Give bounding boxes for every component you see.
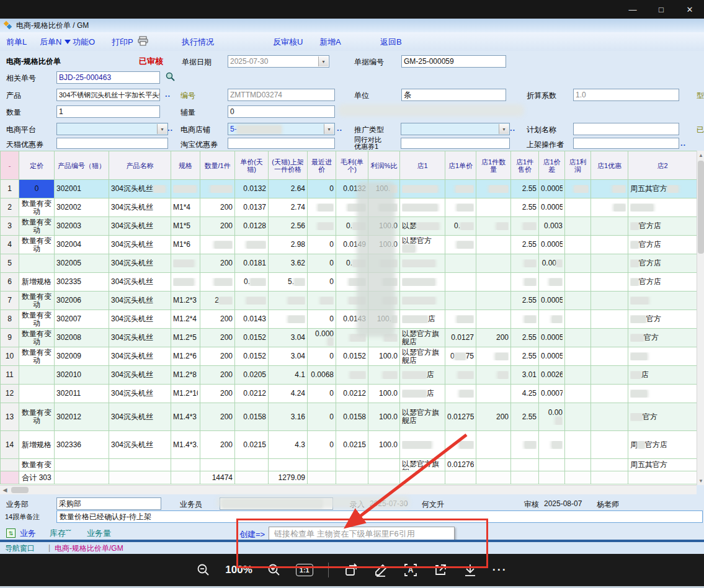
- cell-s1profit[interactable]: [565, 292, 591, 310]
- cell-shop1[interactable]: 以瑟官方旗舰: [400, 459, 445, 471]
- cell-shop2[interactable]: 官方店: [628, 273, 697, 292]
- cell-spec[interactable]: M1*5: [171, 217, 200, 236]
- cell-code[interactable]: 302335: [55, 273, 109, 292]
- cell-s1sell[interactable]: 2.55: [511, 329, 539, 347]
- cell-price[interactable]: 0.0143: [235, 310, 269, 329]
- promo-type-browse-button[interactable]: ..: [510, 123, 515, 133]
- cell-price[interactable]: 0.0137: [235, 198, 269, 217]
- cell-ratio[interactable]: [368, 254, 400, 273]
- cell-shop2[interactable]: 周五其官方: [628, 459, 697, 471]
- cell-code[interactable]: 302012: [55, 403, 109, 431]
- cell-ratio[interactable]: [368, 459, 400, 471]
- menu-unaudit[interactable]: 反审核U: [273, 37, 303, 48]
- cell-ratio[interactable]: [368, 471, 400, 484]
- cell-s1disc[interactable]: [591, 236, 628, 254]
- cell-n[interactable]: 13: [1, 403, 19, 431]
- cell-code[interactable]: 302002: [55, 198, 109, 217]
- factor-input[interactable]: 1.0: [573, 89, 679, 101]
- cell-ratio[interactable]: [368, 292, 400, 310]
- shop-select[interactable]: 5-▾: [228, 123, 335, 135]
- cell-shelf[interactable]: [269, 310, 308, 329]
- cell-qty[interactable]: 200: [200, 198, 235, 217]
- cell-flag[interactable]: 数量有变动: [19, 403, 55, 431]
- cell-shop1[interactable]: [400, 292, 445, 310]
- cell-shelf[interactable]: [269, 292, 308, 310]
- cell-ratio[interactable]: [368, 273, 400, 292]
- cell-ratio[interactable]: 100.0: [368, 217, 400, 236]
- cell-spec[interactable]: M1.2*3: [171, 292, 200, 310]
- cell-flag[interactable]: 数量有变动: [19, 347, 55, 366]
- cell-s1price[interactable]: 0.01275: [445, 403, 476, 431]
- column-header-recent[interactable]: 最近进价: [308, 151, 336, 180]
- cell-s1profit[interactable]: [565, 198, 591, 217]
- cell-qty[interactable]: 200: [200, 217, 235, 236]
- cell-profit[interactable]: 0.0158: [336, 403, 368, 431]
- cell-price[interactable]: [235, 236, 269, 254]
- scroll-left-icon[interactable]: ◀: [0, 486, 10, 494]
- column-header-shop2[interactable]: 店2: [628, 151, 697, 180]
- cell-profit[interactable]: [336, 198, 368, 217]
- cell-qty[interactable]: 200: [200, 385, 235, 403]
- cell-n[interactable]: 2: [1, 198, 19, 217]
- cell-profit[interactable]: 0.0215: [336, 431, 368, 459]
- cell-s1diff[interactable]: 0.0005: [539, 180, 565, 198]
- cell-s1diff[interactable]: 0.0007: [539, 385, 565, 403]
- cell-shop2[interactable]: 官方: [628, 329, 697, 347]
- cell-name[interactable]: 304沉头机丝: [109, 273, 171, 292]
- cell-n[interactable]: 9: [1, 329, 19, 347]
- cell-s1disc[interactable]: [591, 459, 628, 471]
- cell-s1diff[interactable]: 0.00: [539, 254, 565, 273]
- cell-shop2[interactable]: [628, 198, 697, 217]
- cell-ratio[interactable]: [368, 198, 400, 217]
- aux-qty-input[interactable]: 0: [228, 105, 335, 118]
- cell-s1disc[interactable]: [591, 329, 628, 347]
- cell-code[interactable]: 302005: [55, 254, 109, 273]
- cell-n[interactable]: 10: [1, 347, 19, 366]
- cell-qty[interactable]: 200: [200, 403, 235, 431]
- platform-browse-button[interactable]: ..: [167, 123, 173, 133]
- maximize-icon[interactable]: □: [647, 0, 675, 19]
- cell-s1sell[interactable]: 2.55: [511, 180, 539, 198]
- cell-code[interactable]: 302336: [55, 431, 109, 459]
- cell-price[interactable]: 0.0205: [235, 366, 269, 385]
- cell-spec[interactable]: [171, 254, 200, 273]
- cell-n[interactable]: 8: [1, 310, 19, 329]
- cell-recent[interactable]: 0.000: [308, 329, 336, 347]
- cell-shop1[interactable]: [400, 180, 445, 198]
- cell-n[interactable]: 5: [1, 254, 19, 273]
- cell-s1qty[interactable]: [476, 347, 511, 366]
- cell-s1diff[interactable]: 0.0026: [539, 366, 565, 385]
- cell-ratio[interactable]: 100.0: [368, 236, 400, 254]
- cell-flag[interactable]: 数量有变动: [19, 236, 55, 254]
- cell-s1diff[interactable]: [539, 273, 565, 292]
- cell-qty[interactable]: 200: [200, 366, 235, 385]
- printer-icon[interactable]: [138, 36, 148, 46]
- one-to-one-icon[interactable]: 1:1: [296, 564, 313, 576]
- cell-flag[interactable]: [19, 254, 55, 273]
- cell-price[interactable]: 0.0152: [235, 347, 269, 366]
- column-header-profit[interactable]: 毛利(单个): [336, 151, 368, 180]
- cell-n[interactable]: 6: [1, 273, 19, 292]
- cell-recent[interactable]: 0: [308, 431, 336, 459]
- column-header-spec[interactable]: 规格: [171, 151, 200, 180]
- cell-s1qty[interactable]: [476, 310, 511, 329]
- cell-s1qty[interactable]: [476, 217, 511, 236]
- cell-s1sell[interactable]: [511, 471, 539, 484]
- cell-spec[interactable]: [171, 180, 200, 198]
- cell-s1profit[interactable]: [565, 254, 591, 273]
- cell-profit[interactable]: [336, 366, 368, 385]
- column-header-qty[interactable]: 数量/1件: [200, 151, 235, 180]
- cell-s1disc[interactable]: [591, 254, 628, 273]
- menu-execution-status[interactable]: 执行情况: [182, 37, 214, 48]
- cell-shop1[interactable]: 以瑟官方旗舰店: [400, 329, 445, 347]
- menu-return[interactable]: 返回B: [380, 37, 402, 48]
- taobao-coupon-input[interactable]: [228, 138, 335, 149]
- cell-price[interactable]: 0.0158: [235, 403, 269, 431]
- cell-s1qty[interactable]: [476, 385, 511, 403]
- cell-flag[interactable]: 合计 303: [19, 471, 55, 484]
- cell-n[interactable]: 3: [1, 217, 19, 236]
- cell-n[interactable]: 1: [1, 180, 19, 198]
- cell-s1sell[interactable]: [511, 310, 539, 329]
- column-header-ratio[interactable]: 利润%比: [368, 151, 400, 180]
- cell-code[interactable]: 302001: [55, 180, 109, 198]
